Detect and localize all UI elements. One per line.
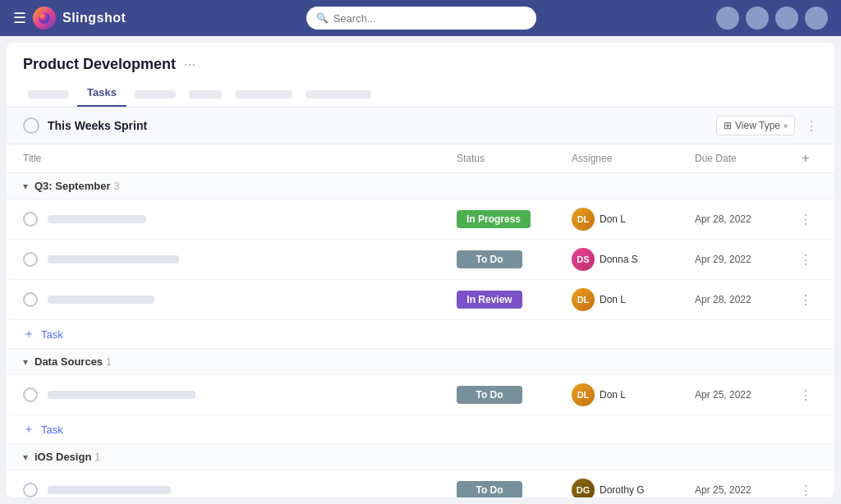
task-checkbox[interactable] [23,252,38,267]
tab-placeholder-3 [189,90,222,99]
col-assignee-label: Assignee [572,153,612,164]
page-title: Product Development [23,56,176,73]
search-icon: 🔍 [316,12,329,24]
status-cell: To Do [457,481,572,497]
task-title-placeholder [48,296,154,304]
due-date-cell: Apr 28, 2022 [695,294,793,305]
avatar: DL [572,288,595,311]
chevron-down-icon: ▾ [23,181,28,192]
row-actions: ⋮ [793,212,818,227]
nav-avatar-4[interactable] [805,7,828,30]
add-task-label-2: Task [41,424,63,436]
view-type-label: View Type [735,120,780,131]
search-input-wrapper[interactable]: 🔍 [306,7,536,30]
due-date-cell: Apr 25, 2022 [695,389,793,401]
task-title-placeholder [48,215,146,223]
page-more-icon[interactable]: ⋯ [184,58,195,71]
chevron-down-icon: ▾ [23,356,28,368]
row-more-icon[interactable]: ⋮ [799,387,812,403]
add-task-row-2[interactable]: ＋ Task [7,415,834,444]
tabs-bar: Tasks [7,80,834,108]
group-name-datasources: Data Sources [34,355,103,368]
tab-placeholder-4 [235,90,292,99]
row-actions: ⋮ [793,292,818,308]
tab-placeholder-5 [306,90,371,99]
status-badge: In Progress [457,210,531,228]
app-logo-area: ☰ Slingshot [13,7,126,30]
hamburger-icon[interactable]: ☰ [13,9,26,27]
view-type-button[interactable]: ⊞ View Type ▾ [716,116,795,135]
due-date-cell: Apr 28, 2022 [695,213,793,225]
row-actions: ⋮ [793,483,818,498]
assignee-name: Donna S [600,254,638,265]
task-checkbox[interactable] [23,387,38,402]
group-row-datasources[interactable]: ▾ Data Sources 1 [7,349,834,375]
task-checkbox[interactable] [23,212,38,227]
avatar: DS [572,248,595,271]
sprint-circle-icon [23,117,39,134]
col-duedate-label: Due Date [695,153,737,164]
nav-avatar-2[interactable] [746,7,769,30]
chevron-down-icon: ▾ [23,451,28,463]
col-title-label: Title [23,153,41,164]
table-row: In Review DL Don L Apr 28, 2022 ⋮ [7,280,834,320]
table-row: To Do DS Donna S Apr 29, 2022 ⋮ [7,240,834,280]
nav-avatar-1[interactable] [716,7,739,30]
tab-tasks[interactable]: Tasks [77,80,126,107]
assignee-name: Dorothy G [600,484,645,496]
row-actions: ⋮ [793,252,818,268]
task-title-area [48,215,457,223]
topnav-right-icons [716,7,828,30]
avatar: DL [572,208,595,231]
add-task-icon: ＋ [23,422,34,437]
add-task-icon: ＋ [23,327,34,341]
group-count-q3: 3 [113,181,119,192]
group-row-q3[interactable]: ▾ Q3: September 3 [7,173,834,199]
assignee-name: Don L [600,294,626,305]
status-cell: To Do [457,250,572,268]
view-sub-label: ▾ [784,121,788,131]
status-badge: To Do [457,481,522,497]
row-actions: ⋮ [793,387,818,403]
add-task-row[interactable]: ＋ Task [7,320,834,349]
task-checkbox[interactable] [23,292,38,307]
app-logo [33,7,56,30]
due-date-cell: Apr 25, 2022 [695,484,793,496]
tab-placeholder-2 [135,90,176,99]
row-more-icon[interactable]: ⋮ [799,252,812,268]
nav-avatar-3[interactable] [775,7,798,30]
assignee-name: Don L [600,213,626,225]
task-title-area [48,255,457,263]
sprint-more-icon[interactable]: ⋮ [805,118,818,134]
assignee-cell: DL Don L [572,288,695,311]
group-name-q3: Q3: September [34,180,110,192]
task-title-placeholder [48,255,179,263]
row-more-icon[interactable]: ⋮ [799,292,812,308]
due-date-cell: Apr 29, 2022 [695,254,793,265]
table-row: To Do DL Don L Apr 25, 2022 ⋮ [7,375,834,415]
view-icon: ⊞ [724,120,732,131]
task-title-placeholder [48,486,171,494]
search-input[interactable] [333,12,526,25]
row-more-icon[interactable]: ⋮ [799,212,812,227]
add-column-button[interactable]: + [802,151,809,166]
assignee-cell: DL Don L [572,208,695,231]
task-title-area [48,296,457,304]
table-row: To Do DG Dorothy G Apr 25, 2022 ⋮ [7,470,834,497]
sprint-header: This Weeks Sprint ⊞ View Type ▾ ⋮ [7,108,834,144]
row-more-icon[interactable]: ⋮ [799,483,812,498]
assignee-cell: DS Donna S [572,248,695,271]
group-count-iosdesign: 1 [94,451,100,463]
task-title-area [48,391,457,399]
svg-point-0 [39,12,50,24]
group-row-iosdesign[interactable]: ▾ iOS Design 1 [7,444,834,470]
status-cell: In Review [457,291,572,309]
assignee-cell: DG Dorothy G [572,479,695,497]
status-badge: To Do [457,386,522,404]
task-checkbox[interactable] [23,483,38,497]
status-badge: In Review [457,291,522,309]
tab-placeholder-1 [28,90,69,99]
group-count-datasources: 1 [106,356,112,368]
assignee-cell: DL Don L [572,383,695,406]
status-badge: To Do [457,250,522,268]
